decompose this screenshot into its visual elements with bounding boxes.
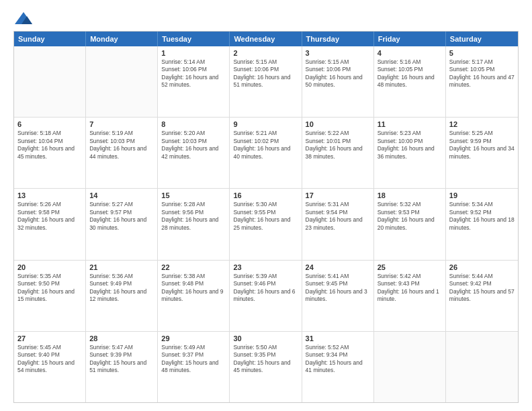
calendar-cell: 10Sunrise: 5:22 AMSunset: 10:01 PMDaylig… — [302, 118, 374, 188]
cell-info: Daylight: 16 hours and 15 minutes. — [17, 288, 82, 304]
cell-info: Sunrise: 5:21 AM — [233, 130, 298, 137]
cell-info: Sunrise: 5:52 AM — [306, 344, 370, 351]
cell-info: Sunset: 10:01 PM — [306, 138, 370, 145]
cell-info: Daylight: 16 hours and 51 minutes. — [233, 74, 298, 89]
calendar-cell: 28Sunrise: 5:47 AMSunset: 9:39 PMDayligh… — [86, 332, 158, 402]
calendar-cell: 8Sunrise: 5:20 AMSunset: 10:03 PMDayligh… — [158, 118, 230, 188]
cell-info: Sunrise: 5:32 AM — [378, 201, 442, 208]
day-number: 2 — [233, 49, 298, 57]
calendar-cell: 1Sunrise: 5:14 AMSunset: 10:06 PMDayligh… — [158, 46, 230, 117]
cell-info: Sunset: 10:03 PM — [89, 138, 154, 145]
day-number: 11 — [378, 120, 442, 128]
cell-info: Sunrise: 5:28 AM — [161, 201, 226, 208]
day-number: 24 — [306, 263, 370, 271]
cell-info: Sunset: 10:06 PM — [306, 66, 370, 73]
cell-info: Daylight: 16 hours and 50 minutes. — [306, 74, 370, 89]
calendar-row-2: 6Sunrise: 5:18 AMSunset: 10:04 PMDayligh… — [14, 118, 518, 189]
calendar-cell: 11Sunrise: 5:23 AMSunset: 10:00 PMDaylig… — [374, 118, 446, 188]
cell-info: Sunset: 9:46 PM — [233, 280, 298, 287]
day-number: 13 — [17, 191, 82, 199]
cell-info: Sunset: 10:02 PM — [233, 138, 298, 145]
calendar-cell — [14, 46, 86, 117]
day-number: 22 — [161, 263, 226, 271]
cell-info: Sunrise: 5:16 AM — [378, 58, 442, 66]
header-cell-wednesday: Wednesday — [230, 32, 302, 46]
calendar-cell: 30Sunrise: 5:50 AMSunset: 9:35 PMDayligh… — [230, 332, 302, 402]
cell-info: Sunrise: 5:34 AM — [449, 201, 515, 208]
calendar-cell: 21Sunrise: 5:36 AMSunset: 9:49 PMDayligh… — [86, 261, 158, 331]
cell-info: Sunrise: 5:22 AM — [306, 130, 370, 137]
day-number: 16 — [233, 191, 298, 199]
calendar-cell: 26Sunrise: 5:44 AMSunset: 9:42 PMDayligh… — [446, 261, 518, 331]
cell-info: Daylight: 16 hours and 48 minutes. — [378, 74, 442, 89]
cell-info: Daylight: 16 hours and 28 minutes. — [161, 216, 226, 232]
calendar-cell: 13Sunrise: 5:26 AMSunset: 9:58 PMDayligh… — [14, 189, 86, 259]
calendar-cell: 24Sunrise: 5:41 AMSunset: 9:45 PMDayligh… — [302, 261, 374, 331]
cell-info: Daylight: 16 hours and 32 minutes. — [17, 216, 82, 232]
day-number: 19 — [449, 191, 515, 199]
cell-info: Sunset: 9:50 PM — [17, 280, 82, 287]
cell-info: Daylight: 16 hours and 9 minutes. — [161, 288, 226, 304]
cell-info: Daylight: 15 hours and 45 minutes. — [233, 359, 298, 375]
cell-info: Sunset: 10:05 PM — [378, 66, 442, 73]
day-number: 28 — [89, 334, 154, 342]
cell-info: Sunset: 10:00 PM — [378, 138, 442, 145]
cell-info: Sunset: 9:55 PM — [233, 209, 298, 216]
cell-info: Sunrise: 5:15 AM — [306, 58, 370, 66]
cell-info: Sunrise: 5:14 AM — [161, 58, 226, 66]
calendar-cell: 20Sunrise: 5:35 AMSunset: 9:50 PMDayligh… — [14, 261, 86, 331]
cell-info: Sunset: 9:49 PM — [89, 280, 154, 287]
day-number: 23 — [233, 263, 298, 271]
calendar: SundayMondayTuesdayWednesdayThursdayFrid… — [13, 31, 519, 403]
cell-info: Daylight: 15 hours and 54 minutes. — [17, 359, 82, 375]
cell-info: Sunset: 9:59 PM — [449, 138, 515, 145]
day-number: 9 — [233, 120, 298, 128]
cell-info: Daylight: 16 hours and 3 minutes. — [306, 288, 370, 304]
calendar-body: 1Sunrise: 5:14 AMSunset: 10:06 PMDayligh… — [14, 46, 518, 402]
calendar-header: SundayMondayTuesdayWednesdayThursdayFrid… — [14, 32, 518, 46]
calendar-cell: 14Sunrise: 5:27 AMSunset: 9:57 PMDayligh… — [86, 189, 158, 259]
cell-info: Sunrise: 5:35 AM — [17, 273, 82, 280]
cell-info: Sunrise: 5:31 AM — [306, 201, 370, 208]
day-number: 18 — [378, 191, 442, 199]
calendar-cell: 25Sunrise: 5:42 AMSunset: 9:43 PMDayligh… — [374, 261, 446, 331]
calendar-cell: 2Sunrise: 5:15 AMSunset: 10:06 PMDayligh… — [230, 46, 302, 117]
header-cell-tuesday: Tuesday — [158, 32, 230, 46]
day-number: 7 — [89, 120, 154, 128]
day-number: 10 — [306, 120, 370, 128]
calendar-cell: 22Sunrise: 5:38 AMSunset: 9:48 PMDayligh… — [158, 261, 230, 331]
calendar-cell — [374, 332, 446, 402]
day-number: 6 — [17, 120, 82, 128]
cell-info: Sunset: 10:05 PM — [449, 66, 515, 73]
day-number: 5 — [449, 49, 515, 57]
cell-info: Daylight: 15 hours and 57 minutes. — [449, 288, 515, 304]
cell-info: Sunset: 9:52 PM — [449, 209, 515, 216]
header-cell-saturday: Saturday — [446, 32, 518, 46]
calendar-cell: 16Sunrise: 5:30 AMSunset: 9:55 PMDayligh… — [230, 189, 302, 259]
cell-info: Sunrise: 5:47 AM — [89, 344, 154, 351]
cell-info: Sunset: 9:56 PM — [161, 209, 226, 216]
cell-info: Daylight: 16 hours and 44 minutes. — [89, 145, 154, 161]
calendar-cell — [86, 46, 158, 117]
cell-info: Sunrise: 5:50 AM — [233, 344, 298, 351]
cell-info: Sunrise: 5:26 AM — [17, 201, 82, 208]
calendar-cell: 5Sunrise: 5:17 AMSunset: 10:05 PMDayligh… — [446, 46, 518, 117]
cell-info: Sunrise: 5:20 AM — [161, 130, 226, 137]
calendar-cell: 27Sunrise: 5:45 AMSunset: 9:40 PMDayligh… — [14, 332, 86, 402]
cell-info: Sunset: 9:57 PM — [89, 209, 154, 216]
day-number: 29 — [161, 334, 226, 342]
cell-info: Sunrise: 5:19 AM — [89, 130, 154, 137]
header-cell-sunday: Sunday — [14, 32, 86, 46]
cell-info: Sunrise: 5:15 AM — [233, 58, 298, 66]
cell-info: Sunrise: 5:27 AM — [89, 201, 154, 208]
cell-info: Sunrise: 5:23 AM — [378, 130, 442, 137]
cell-info: Sunrise: 5:38 AM — [161, 273, 226, 280]
calendar-row-3: 13Sunrise: 5:26 AMSunset: 9:58 PMDayligh… — [14, 189, 518, 260]
calendar-row-1: 1Sunrise: 5:14 AMSunset: 10:06 PMDayligh… — [14, 46, 518, 118]
cell-info: Sunrise: 5:41 AM — [306, 273, 370, 280]
cell-info: Daylight: 16 hours and 34 minutes. — [449, 145, 515, 161]
cell-info: Sunset: 10:06 PM — [161, 66, 226, 73]
cell-info: Sunset: 9:54 PM — [306, 209, 370, 216]
logo — [13, 11, 36, 27]
day-number: 31 — [306, 334, 370, 342]
